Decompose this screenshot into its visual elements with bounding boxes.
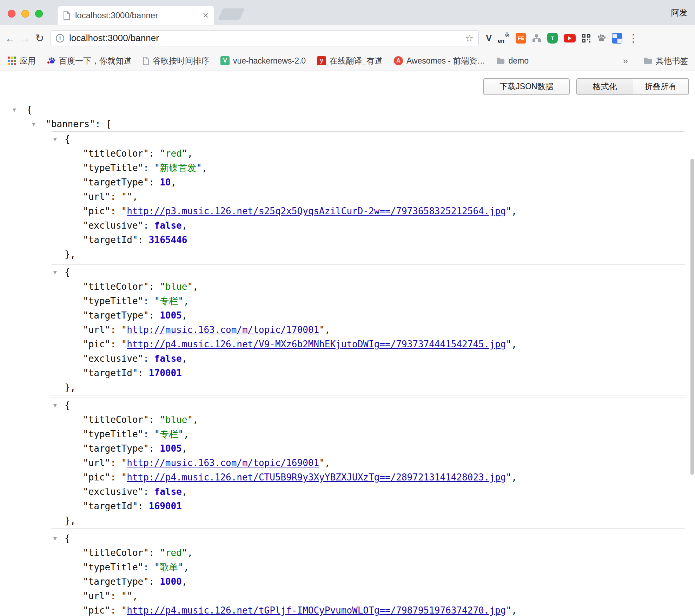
json-property-line: "titleColor": "red", [51, 146, 685, 161]
json-punctuation: : [149, 310, 160, 321]
other-bookmarks-folder[interactable]: 其他书签 [644, 55, 688, 66]
json-number-value: 1005 [160, 443, 182, 454]
json-punctuation: " [178, 296, 184, 306]
baidu-paw-icon [47, 57, 55, 65]
json-property-line: "pic": "http://p4.music.126.net/CTU5B9R9… [51, 470, 685, 485]
json-punctuation: " [319, 325, 325, 335]
bookmark-vue-hackernews[interactable]: V vue-hackernews-2.0 [220, 56, 306, 66]
json-punctuation: , [182, 486, 187, 497]
collapse-toggle-icon[interactable]: ▼ [53, 265, 57, 280]
json-punctuation: , [325, 325, 330, 335]
paw-icon[interactable] [597, 34, 606, 43]
collapse-all-button[interactable]: 折叠所有 [633, 78, 689, 95]
json-punctuation: , [511, 206, 517, 216]
json-string-value: blue [165, 414, 187, 425]
json-punctuation: , [511, 339, 517, 349]
json-key: "url" [83, 191, 110, 202]
bookmark-youdao-translate[interactable]: y 在线翻译_有道 [317, 55, 383, 66]
minimize-window-button[interactable] [21, 10, 29, 18]
close-window-button[interactable] [8, 10, 15, 18]
json-punctuation: " [154, 562, 160, 572]
qrcode-icon[interactable] [582, 34, 591, 43]
json-punctuation: : [143, 562, 154, 572]
collapse-toggle-icon[interactable]: ▼ [13, 103, 16, 117]
json-property-line: "targetType": 1005, [51, 308, 685, 323]
json-url-link[interactable]: http://p4.music.126.net/tGPljf-IMOCyPvum… [127, 605, 506, 616]
json-object-open-line: ▼{ [51, 132, 685, 146]
bookmark-demo-folder[interactable]: demo [496, 56, 529, 66]
vimium-icon[interactable]: V [486, 33, 492, 44]
json-punctuation: " [154, 429, 160, 439]
json-property-line: "exclusive": false, [51, 352, 685, 366]
bookmark-label: 谷歌按时间排序 [153, 55, 209, 66]
json-key: "typeTitle" [83, 163, 143, 173]
json-empty-string: "" [121, 591, 132, 601]
json-string-value: 专栏 [160, 296, 178, 306]
json-number-value: 1000 [160, 576, 182, 587]
json-property-line: "targetType": 1005, [51, 441, 685, 456]
json-url-link[interactable]: http://music.163.com/m/topic/169001 [127, 458, 319, 468]
json-punctuation: : [110, 605, 121, 616]
browser-tab[interactable]: localhost:3000/banner × [58, 6, 214, 25]
json-punctuation: " [506, 206, 511, 216]
back-button[interactable]: ← [3, 32, 18, 44]
shield-extension-icon[interactable]: T [547, 33, 558, 44]
tab-title: localhost:3000/banner [75, 11, 203, 20]
zoom-window-button[interactable] [35, 10, 43, 18]
forward-button[interactable]: → [18, 32, 32, 44]
json-key: "exclusive" [83, 353, 143, 364]
collapse-toggle-icon[interactable]: ▼ [53, 132, 57, 146]
new-tab-button[interactable] [218, 8, 245, 20]
collapse-toggle-icon[interactable]: ▼ [53, 531, 57, 546]
download-json-button[interactable]: 下载JSON数据 [483, 78, 570, 95]
address-bar[interactable]: i localhost:3000/banner ☆ [51, 30, 479, 46]
json-object-close-line: }, [51, 380, 685, 395]
json-key: "url" [83, 591, 110, 601]
json-punctuation: : [110, 339, 121, 349]
json-punctuation: , [193, 281, 198, 292]
json-number-value: 169001 [149, 501, 182, 511]
json-property-line: "url": "http://music.163.com/m/topic/169… [51, 456, 685, 470]
json-url-link[interactable]: http://p4.music.126.net/V9-MXz6b2MNhEKju… [127, 339, 506, 349]
bookmark-google-sort[interactable]: 谷歌按时间排序 [143, 55, 209, 66]
blue-grid-extension-icon[interactable] [612, 33, 622, 44]
translate-icon[interactable]: 英 en [498, 32, 510, 44]
json-url-link[interactable]: http://p3.music.126.net/s25q2x5QyqsAzilC… [127, 206, 506, 216]
json-punctuation: , [184, 296, 189, 306]
json-punctuation: : [110, 206, 121, 216]
bookmark-apps[interactable]: 应用 [8, 55, 36, 66]
fe-extension-icon[interactable]: FE [516, 33, 526, 44]
json-property-line: "targetId": 170001 [51, 366, 685, 380]
json-number-value: 170001 [149, 368, 182, 378]
url-text[interactable]: localhost:3000/banner [69, 33, 465, 44]
bookmark-baidu[interactable]: 百度一下，你就知道 [47, 55, 132, 66]
extensions-row: V 英 en FE T [486, 32, 622, 44]
json-punctuation: : [ [95, 119, 112, 129]
format-button[interactable]: 格式化 [576, 78, 633, 95]
chrome-menu-icon[interactable]: ⋮ [628, 32, 638, 44]
bookmarks-overflow-chevron[interactable]: » [623, 55, 628, 66]
org-chart-icon[interactable] [532, 34, 541, 42]
json-key: "pic" [83, 339, 110, 349]
json-punctuation: , [132, 591, 138, 601]
reload-button[interactable]: ↻ [32, 32, 47, 44]
json-object-open-line: ▼{ [51, 265, 685, 280]
json-key: "typeTitle" [83, 429, 143, 439]
json-key: "targetId" [83, 235, 138, 245]
bookmark-star-icon[interactable]: ☆ [465, 33, 474, 44]
collapse-toggle-icon[interactable]: ▼ [32, 117, 35, 131]
close-tab-icon[interactable]: × [203, 11, 208, 20]
bookmark-awesomes[interactable]: A Awesomes - 前端资… [394, 55, 485, 66]
json-url-link[interactable]: http://p4.music.126.net/CTU5B9R9y3XyYBZX… [127, 472, 506, 483]
json-key: "titleColor" [83, 148, 149, 159]
json-punctuation: , [184, 429, 189, 439]
json-punctuation: " [182, 148, 187, 159]
youtube-icon[interactable] [564, 34, 576, 42]
profile-name[interactable]: 阿发 [671, 0, 687, 25]
scrollbar-thumb[interactable] [690, 159, 694, 475]
json-url-link[interactable]: http://music.163.com/m/topic/170001 [127, 325, 319, 335]
bookmarks-separator [636, 55, 636, 66]
json-property-line: "targetId": 3165446 [51, 233, 685, 247]
collapse-toggle-icon[interactable]: ▼ [53, 398, 57, 413]
page-info-icon[interactable]: i [56, 34, 64, 42]
